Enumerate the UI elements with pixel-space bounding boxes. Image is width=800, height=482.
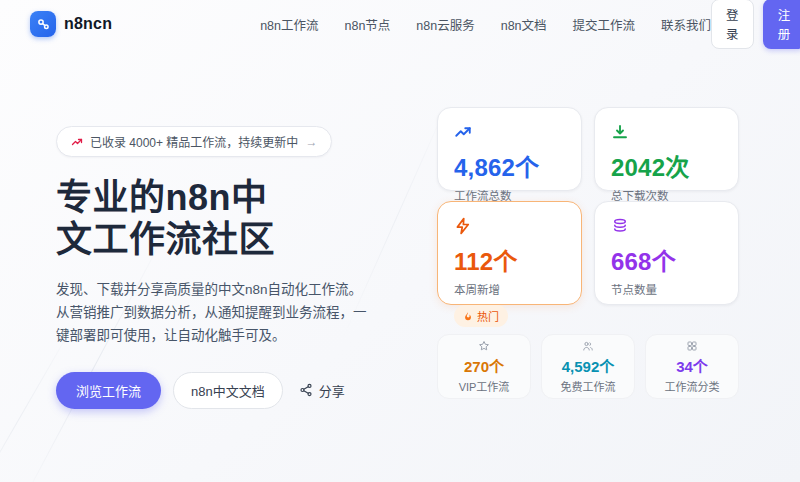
stat-value: 2042次 (611, 148, 722, 183)
stat-card-downloads: 2042次 总下载次数 (594, 107, 739, 191)
stat-value: 4,862个 (454, 148, 565, 183)
star-icon (478, 340, 490, 353)
share-icon (299, 383, 313, 397)
share-button[interactable]: 分享 (295, 375, 349, 406)
stat-card-workflow-total: 4,862个 工作流总数 (437, 107, 582, 191)
stat-card-nodes: 668个 节点数量 (594, 201, 739, 305)
announcement-pill[interactable]: 已收录 4000+ 精品工作流，持续更新中 → (56, 126, 332, 157)
main-nav: n8n工作流 n8n节点 n8n云服务 n8n文档 提交工作流 联系我们 (260, 15, 711, 34)
announcement-text: 已收录 4000+ 精品工作流，持续更新中 (90, 133, 298, 150)
stats-grid: 4,862个 工作流总数 2042次 总下载次数 112个 本周新增 (437, 107, 739, 305)
mini-stats-row: 270个 VIP工作流 4,592个 免费工作流 34个 工作流分类 (437, 334, 739, 399)
nav-item-submit[interactable]: 提交工作流 (573, 15, 636, 34)
hero-description: 发现、下载并分享高质量的中文n8n自动化工作流。从营销推广到数据分析，从通知提醒… (56, 279, 374, 348)
stat-value: 668个 (611, 242, 722, 277)
mini-card-vip: 270个 VIP工作流 (437, 334, 531, 399)
stat-card-new-this-week: 112个 本周新增 热门 (437, 201, 582, 305)
stat-value: 112个 (454, 242, 565, 277)
trending-up-icon (454, 122, 565, 142)
workflow-logo-icon (30, 11, 56, 37)
hot-badge: 热门 (454, 305, 508, 327)
header-actions: 登录 注册 (711, 0, 800, 49)
lightning-icon (454, 216, 565, 236)
hero-actions: 浏览工作流 n8n中文文档 分享 (56, 372, 378, 409)
hero-section: 已收录 4000+ 精品工作流，持续更新中 → 专业的n8n中文工作流社区 发现… (56, 126, 378, 409)
nav-item-docs[interactable]: n8n文档 (501, 15, 547, 34)
mini-stat-value: 270个 (464, 355, 504, 376)
browse-workflows-button[interactable]: 浏览工作流 (56, 372, 161, 409)
nav-item-contact[interactable]: 联系我们 (661, 15, 711, 34)
header: n8ncn n8n工作流 n8n节点 n8n云服务 n8n文档 提交工作流 联系… (0, 0, 800, 48)
brand-logo[interactable]: n8ncn (30, 11, 112, 37)
nav-item-workflows[interactable]: n8n工作流 (260, 15, 318, 34)
stat-label: 本周新增 (454, 281, 565, 297)
mini-stat-label: 工作流分类 (665, 378, 720, 394)
mini-stat-label: 免费工作流 (561, 378, 616, 394)
layers-icon (611, 216, 722, 236)
brand-name: n8ncn (64, 15, 112, 33)
docs-button[interactable]: n8n中文文档 (173, 372, 283, 409)
share-label: 分享 (319, 381, 345, 400)
register-button[interactable]: 注册 (763, 0, 800, 49)
grid-icon (686, 340, 698, 353)
page-title: 专业的n8n中文工作流社区 (56, 177, 378, 262)
nav-item-nodes[interactable]: n8n节点 (344, 15, 390, 34)
flame-icon (463, 311, 473, 322)
mini-stat-value: 34个 (676, 355, 708, 376)
nav-item-cloud[interactable]: n8n云服务 (416, 15, 474, 34)
download-icon (611, 122, 722, 142)
users-icon (582, 340, 594, 353)
mini-stat-value: 4,592个 (562, 355, 615, 376)
mini-card-categories: 34个 工作流分类 (645, 334, 739, 399)
arrow-right-icon: → (305, 135, 317, 149)
stat-label: 节点数量 (611, 281, 722, 297)
trending-up-icon (71, 136, 83, 148)
mini-card-free: 4,592个 免费工作流 (541, 334, 635, 399)
login-button[interactable]: 登录 (711, 0, 754, 49)
mini-stat-label: VIP工作流 (459, 378, 510, 394)
stats-panel: 4,862个 工作流总数 2042次 总下载次数 112个 本周新增 (437, 107, 739, 399)
